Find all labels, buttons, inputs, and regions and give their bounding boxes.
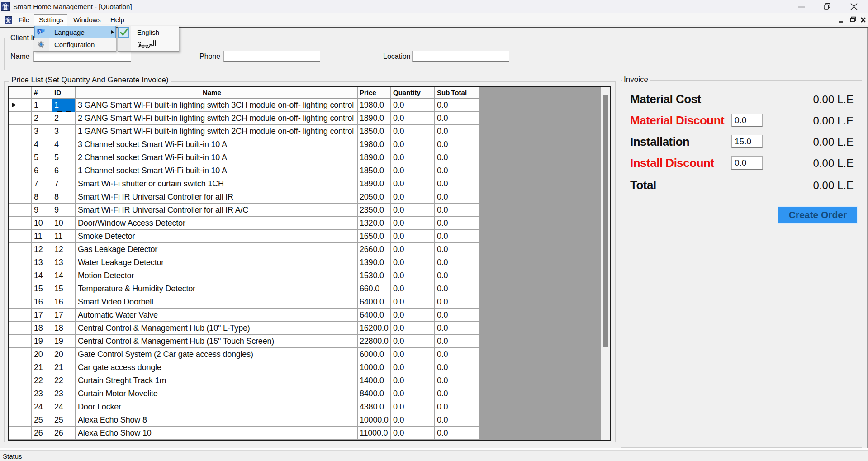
svg-text:A: A (38, 29, 42, 34)
svg-text:*: * (43, 28, 44, 32)
